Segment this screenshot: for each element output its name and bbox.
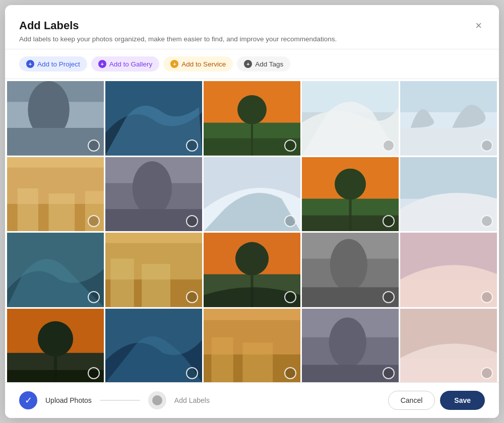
step2-label: Add Labels — [174, 396, 210, 404]
tab-add-to-project[interactable]: + Add to Project — [19, 56, 87, 72]
tab-project-label: Add to Project — [37, 60, 80, 68]
photo-thumbnail[interactable] — [204, 157, 300, 232]
photo-select-circle[interactable] — [383, 139, 395, 152]
tab-add-to-gallery[interactable]: + Add to Gallery — [91, 56, 160, 72]
photo-select-circle[interactable] — [186, 367, 198, 379]
photo-thumbnail[interactable] — [105, 157, 202, 232]
footer-actions: Cancel Save — [388, 391, 485, 410]
svg-rect-19 — [49, 193, 75, 231]
tab-bar: + Add to Project + Add to Gallery + Add … — [5, 49, 499, 79]
photo-thumbnail[interactable] — [105, 309, 202, 382]
svg-point-51 — [38, 321, 73, 357]
photo-thumbnail[interactable] — [302, 81, 399, 156]
modal-title: Add Labels — [19, 19, 337, 32]
add-labels-modal: Add Labels Add labels to keep your photo… — [5, 5, 499, 418]
tab-service-label: Add to Service — [181, 60, 226, 68]
photo-select-circle[interactable] — [481, 139, 493, 152]
photo-thumbnail[interactable] — [204, 233, 300, 307]
svg-rect-32 — [400, 157, 497, 199]
close-button[interactable]: × — [472, 19, 485, 32]
svg-point-28 — [335, 168, 366, 199]
tab-tags-label: Add Tags — [255, 60, 283, 68]
tab-gallery-icon: + — [98, 60, 106, 68]
tab-tags-icon: + — [244, 60, 252, 68]
photo-thumbnail[interactable] — [7, 309, 104, 382]
svg-rect-38 — [142, 264, 170, 307]
svg-point-41 — [235, 242, 269, 275]
save-button[interactable]: Save — [440, 391, 485, 410]
svg-rect-13 — [400, 81, 497, 112]
photo-thumbnail[interactable] — [7, 81, 104, 156]
photo-thumbnail[interactable] — [204, 81, 300, 156]
photo-select-circle[interactable] — [186, 291, 198, 303]
photo-grid — [5, 79, 499, 382]
photo-thumbnail[interactable] — [302, 309, 399, 382]
photo-select-circle[interactable] — [284, 139, 296, 152]
stepper-area: ✓ Upload Photos Add Labels — [19, 391, 388, 409]
tab-service-icon: + — [170, 60, 178, 68]
photo-select-circle[interactable] — [284, 291, 296, 303]
photo-thumbnail[interactable] — [105, 81, 202, 156]
svg-rect-16 — [7, 157, 104, 168]
svg-point-45 — [330, 239, 367, 291]
tab-gallery-label: Add to Gallery — [109, 60, 153, 68]
photo-thumbnail[interactable] — [400, 309, 497, 382]
photo-select-circle[interactable] — [383, 367, 395, 379]
photo-thumbnail[interactable] — [7, 233, 104, 307]
photo-thumbnail[interactable] — [400, 233, 497, 307]
tab-project-icon: + — [26, 60, 34, 68]
photo-thumbnail[interactable] — [400, 81, 497, 156]
tab-add-tags[interactable]: + Add Tags — [237, 56, 290, 72]
photo-select-circle[interactable] — [186, 139, 198, 152]
photo-thumbnail[interactable] — [302, 157, 399, 232]
svg-rect-56 — [204, 309, 300, 320]
step1-check-icon: ✓ — [19, 391, 37, 409]
photo-grid-wrapper — [5, 79, 499, 382]
photo-select-circle[interactable] — [481, 291, 493, 303]
svg-point-23 — [133, 161, 172, 215]
cancel-button[interactable]: Cancel — [388, 391, 435, 410]
svg-rect-18 — [18, 188, 38, 232]
photo-select-circle[interactable] — [88, 367, 100, 379]
svg-point-7 — [237, 95, 267, 124]
photo-thumbnail[interactable] — [302, 233, 399, 307]
photo-thumbnail[interactable] — [400, 157, 497, 232]
photo-select-circle[interactable] — [88, 139, 100, 152]
svg-point-62 — [329, 318, 366, 368]
modal-footer: ✓ Upload Photos Add Labels Cancel Save — [5, 382, 499, 418]
svg-rect-35 — [105, 233, 202, 243]
modal-header: Add Labels Add labels to keep your photo… — [5, 5, 499, 49]
svg-rect-37 — [110, 259, 134, 307]
photo-select-circle[interactable] — [481, 367, 493, 379]
svg-rect-59 — [242, 342, 273, 382]
step2-circle — [148, 391, 166, 409]
photo-select-circle[interactable] — [88, 291, 100, 303]
photo-thumbnail[interactable] — [105, 233, 202, 307]
step1-label: Upload Photos — [45, 396, 92, 404]
modal-title-block: Add Labels Add labels to keep your photo… — [19, 19, 337, 43]
tab-add-to-service[interactable]: + Add to Service — [163, 56, 233, 72]
photo-thumbnail[interactable] — [7, 157, 104, 232]
svg-rect-58 — [211, 337, 233, 382]
modal-subtitle: Add labels to keep your photos organized… — [19, 35, 337, 43]
step2-inner — [152, 395, 162, 405]
photo-select-circle[interactable] — [383, 291, 395, 303]
photo-thumbnail[interactable] — [204, 309, 300, 382]
photo-select-circle[interactable] — [284, 367, 296, 379]
step-divider — [100, 400, 140, 401]
